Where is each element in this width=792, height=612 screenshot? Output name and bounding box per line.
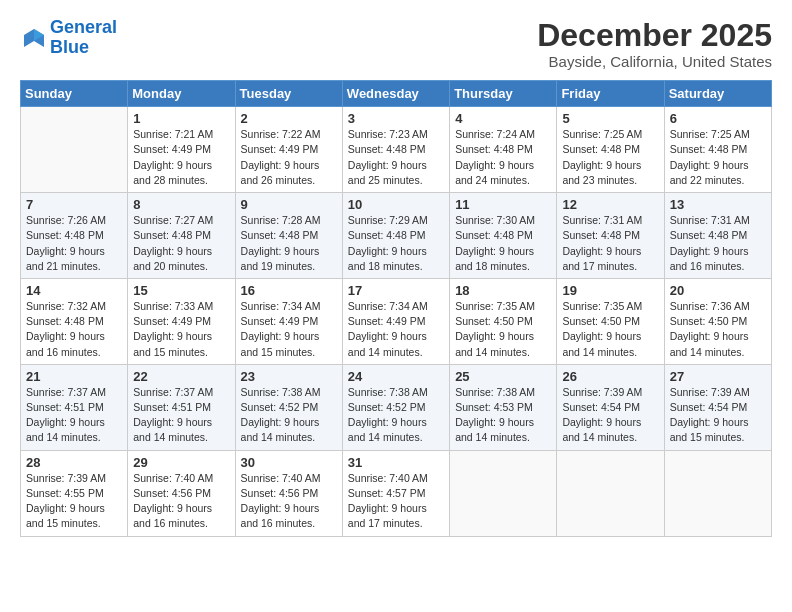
calendar-cell: 18Sunrise: 7:35 AM Sunset: 4:50 PM Dayli…: [450, 278, 557, 364]
calendar-cell: 17Sunrise: 7:34 AM Sunset: 4:49 PM Dayli…: [342, 278, 449, 364]
day-number: 30: [241, 455, 337, 470]
calendar-cell: 9Sunrise: 7:28 AM Sunset: 4:48 PM Daylig…: [235, 193, 342, 279]
calendar-cell: 23Sunrise: 7:38 AM Sunset: 4:52 PM Dayli…: [235, 364, 342, 450]
day-number: 7: [26, 197, 122, 212]
day-number: 31: [348, 455, 444, 470]
day-number: 12: [562, 197, 658, 212]
day-info: Sunrise: 7:25 AM Sunset: 4:48 PM Dayligh…: [670, 127, 766, 188]
day-info: Sunrise: 7:39 AM Sunset: 4:54 PM Dayligh…: [562, 385, 658, 446]
col-header-saturday: Saturday: [664, 81, 771, 107]
day-info: Sunrise: 7:39 AM Sunset: 4:54 PM Dayligh…: [670, 385, 766, 446]
day-info: Sunrise: 7:38 AM Sunset: 4:53 PM Dayligh…: [455, 385, 551, 446]
calendar-cell: 11Sunrise: 7:30 AM Sunset: 4:48 PM Dayli…: [450, 193, 557, 279]
logo-general: General: [50, 17, 117, 37]
calendar-cell: 28Sunrise: 7:39 AM Sunset: 4:55 PM Dayli…: [21, 450, 128, 536]
day-number: 19: [562, 283, 658, 298]
day-info: Sunrise: 7:31 AM Sunset: 4:48 PM Dayligh…: [562, 213, 658, 274]
day-info: Sunrise: 7:35 AM Sunset: 4:50 PM Dayligh…: [455, 299, 551, 360]
page-title: December 2025: [537, 18, 772, 53]
calendar-cell: 6Sunrise: 7:25 AM Sunset: 4:48 PM Daylig…: [664, 107, 771, 193]
calendar-cell: 19Sunrise: 7:35 AM Sunset: 4:50 PM Dayli…: [557, 278, 664, 364]
page-subtitle: Bayside, California, United States: [537, 53, 772, 70]
calendar-cell: 15Sunrise: 7:33 AM Sunset: 4:49 PM Dayli…: [128, 278, 235, 364]
calendar-cell: 27Sunrise: 7:39 AM Sunset: 4:54 PM Dayli…: [664, 364, 771, 450]
calendar-cell: 24Sunrise: 7:38 AM Sunset: 4:52 PM Dayli…: [342, 364, 449, 450]
day-number: 14: [26, 283, 122, 298]
day-info: Sunrise: 7:37 AM Sunset: 4:51 PM Dayligh…: [133, 385, 229, 446]
day-number: 24: [348, 369, 444, 384]
calendar-cell: 1Sunrise: 7:21 AM Sunset: 4:49 PM Daylig…: [128, 107, 235, 193]
calendar: SundayMondayTuesdayWednesdayThursdayFrid…: [20, 80, 772, 536]
calendar-cell: 25Sunrise: 7:38 AM Sunset: 4:53 PM Dayli…: [450, 364, 557, 450]
day-info: Sunrise: 7:25 AM Sunset: 4:48 PM Dayligh…: [562, 127, 658, 188]
calendar-cell: 31Sunrise: 7:40 AM Sunset: 4:57 PM Dayli…: [342, 450, 449, 536]
header: General Blue December 2025 Bayside, Cali…: [20, 18, 772, 70]
day-number: 1: [133, 111, 229, 126]
day-info: Sunrise: 7:38 AM Sunset: 4:52 PM Dayligh…: [241, 385, 337, 446]
day-number: 18: [455, 283, 551, 298]
col-header-sunday: Sunday: [21, 81, 128, 107]
day-number: 11: [455, 197, 551, 212]
day-number: 15: [133, 283, 229, 298]
calendar-week-5: 28Sunrise: 7:39 AM Sunset: 4:55 PM Dayli…: [21, 450, 772, 536]
day-number: 23: [241, 369, 337, 384]
logo-blue: Blue: [50, 37, 89, 57]
day-number: 3: [348, 111, 444, 126]
day-info: Sunrise: 7:24 AM Sunset: 4:48 PM Dayligh…: [455, 127, 551, 188]
calendar-cell: [21, 107, 128, 193]
day-number: 25: [455, 369, 551, 384]
day-number: 29: [133, 455, 229, 470]
day-number: 10: [348, 197, 444, 212]
day-number: 5: [562, 111, 658, 126]
day-info: Sunrise: 7:27 AM Sunset: 4:48 PM Dayligh…: [133, 213, 229, 274]
calendar-cell: 14Sunrise: 7:32 AM Sunset: 4:48 PM Dayli…: [21, 278, 128, 364]
page: General Blue December 2025 Bayside, Cali…: [0, 0, 792, 612]
calendar-cell: [664, 450, 771, 536]
day-info: Sunrise: 7:34 AM Sunset: 4:49 PM Dayligh…: [348, 299, 444, 360]
day-info: Sunrise: 7:32 AM Sunset: 4:48 PM Dayligh…: [26, 299, 122, 360]
calendar-cell: 5Sunrise: 7:25 AM Sunset: 4:48 PM Daylig…: [557, 107, 664, 193]
day-info: Sunrise: 7:28 AM Sunset: 4:48 PM Dayligh…: [241, 213, 337, 274]
day-number: 22: [133, 369, 229, 384]
day-number: 20: [670, 283, 766, 298]
day-info: Sunrise: 7:34 AM Sunset: 4:49 PM Dayligh…: [241, 299, 337, 360]
day-number: 13: [670, 197, 766, 212]
calendar-cell: 7Sunrise: 7:26 AM Sunset: 4:48 PM Daylig…: [21, 193, 128, 279]
day-info: Sunrise: 7:33 AM Sunset: 4:49 PM Dayligh…: [133, 299, 229, 360]
calendar-week-4: 21Sunrise: 7:37 AM Sunset: 4:51 PM Dayli…: [21, 364, 772, 450]
col-header-wednesday: Wednesday: [342, 81, 449, 107]
calendar-cell: 16Sunrise: 7:34 AM Sunset: 4:49 PM Dayli…: [235, 278, 342, 364]
col-header-tuesday: Tuesday: [235, 81, 342, 107]
calendar-cell: 12Sunrise: 7:31 AM Sunset: 4:48 PM Dayli…: [557, 193, 664, 279]
day-info: Sunrise: 7:21 AM Sunset: 4:49 PM Dayligh…: [133, 127, 229, 188]
day-number: 26: [562, 369, 658, 384]
day-info: Sunrise: 7:31 AM Sunset: 4:48 PM Dayligh…: [670, 213, 766, 274]
calendar-cell: 8Sunrise: 7:27 AM Sunset: 4:48 PM Daylig…: [128, 193, 235, 279]
day-info: Sunrise: 7:40 AM Sunset: 4:56 PM Dayligh…: [133, 471, 229, 532]
calendar-cell: 21Sunrise: 7:37 AM Sunset: 4:51 PM Dayli…: [21, 364, 128, 450]
calendar-cell: 20Sunrise: 7:36 AM Sunset: 4:50 PM Dayli…: [664, 278, 771, 364]
day-number: 16: [241, 283, 337, 298]
calendar-cell: [557, 450, 664, 536]
day-info: Sunrise: 7:39 AM Sunset: 4:55 PM Dayligh…: [26, 471, 122, 532]
title-block: December 2025 Bayside, California, Unite…: [537, 18, 772, 70]
calendar-cell: 22Sunrise: 7:37 AM Sunset: 4:51 PM Dayli…: [128, 364, 235, 450]
calendar-cell: 29Sunrise: 7:40 AM Sunset: 4:56 PM Dayli…: [128, 450, 235, 536]
calendar-cell: 13Sunrise: 7:31 AM Sunset: 4:48 PM Dayli…: [664, 193, 771, 279]
calendar-cell: 26Sunrise: 7:39 AM Sunset: 4:54 PM Dayli…: [557, 364, 664, 450]
calendar-cell: 3Sunrise: 7:23 AM Sunset: 4:48 PM Daylig…: [342, 107, 449, 193]
day-info: Sunrise: 7:40 AM Sunset: 4:57 PM Dayligh…: [348, 471, 444, 532]
day-info: Sunrise: 7:26 AM Sunset: 4:48 PM Dayligh…: [26, 213, 122, 274]
day-number: 28: [26, 455, 122, 470]
day-info: Sunrise: 7:40 AM Sunset: 4:56 PM Dayligh…: [241, 471, 337, 532]
calendar-cell: 4Sunrise: 7:24 AM Sunset: 4:48 PM Daylig…: [450, 107, 557, 193]
calendar-week-2: 7Sunrise: 7:26 AM Sunset: 4:48 PM Daylig…: [21, 193, 772, 279]
day-number: 17: [348, 283, 444, 298]
col-header-monday: Monday: [128, 81, 235, 107]
day-number: 4: [455, 111, 551, 126]
day-number: 27: [670, 369, 766, 384]
logo-icon: [20, 25, 48, 53]
calendar-cell: [450, 450, 557, 536]
day-info: Sunrise: 7:36 AM Sunset: 4:50 PM Dayligh…: [670, 299, 766, 360]
day-info: Sunrise: 7:37 AM Sunset: 4:51 PM Dayligh…: [26, 385, 122, 446]
